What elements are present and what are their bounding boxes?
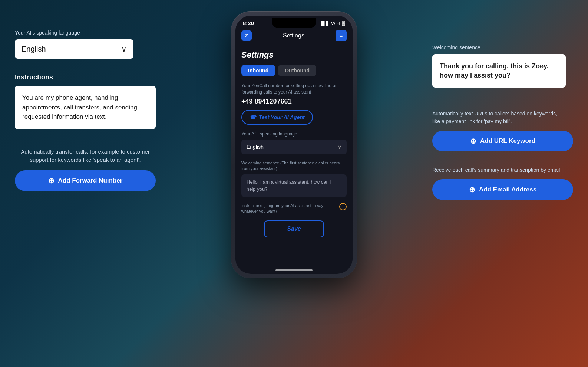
- info-icon: i: [339, 203, 347, 210]
- phone-content[interactable]: Settings Inbound Outbound Your ZenCall n…: [235, 45, 353, 266]
- welcome-section: Welcoming sentence (The first sentence a…: [241, 160, 347, 197]
- language-dropdown[interactable]: English ∨: [15, 39, 133, 59]
- settings-heading: Settings: [241, 50, 347, 60]
- save-row: Save: [241, 214, 347, 240]
- app-header-title: Settings: [283, 32, 304, 39]
- language-field-label: Your AI's speaking language: [15, 30, 182, 36]
- email-desc: Receive each call's summary and transcri…: [432, 166, 566, 174]
- phone-number-value: +49 8941207661: [241, 98, 347, 105]
- phone-number-desc: Your ZenCall number for setting up a new…: [241, 83, 347, 95]
- welcoming-sentence-text: Thank you for calling, this is Zoey, how…: [440, 62, 558, 80]
- welcoming-sentence-label: Welcoming sentence: [432, 45, 566, 50]
- phone-instructions-label: Instructions (Program your AI assistant …: [241, 203, 339, 214]
- email-plus-icon: ⊕: [469, 185, 475, 194]
- add-forward-button[interactable]: ⊕ Add Forward Number: [15, 170, 156, 191]
- phone-chevron-icon: ∨: [338, 144, 341, 150]
- add-forward-label: Add Forward Number: [58, 177, 123, 184]
- phone-language-dropdown[interactable]: English ∨: [241, 140, 347, 154]
- tab-outbound[interactable]: Outbound: [278, 65, 316, 76]
- phone-mockup: 8:20 ▐▌▌ WiFi ▓ Z Settings ≡ Setting: [231, 11, 357, 278]
- add-email-button[interactable]: ⊕ Add Email Address: [432, 179, 573, 200]
- add-url-keyword-button[interactable]: ⊕ Add URL Keyword: [432, 131, 573, 151]
- signal-icon: ▐▌▌: [320, 21, 330, 26]
- phone-notch: [272, 18, 316, 28]
- phone-language-value: English: [247, 144, 264, 150]
- app-header: Z Settings ≡: [235, 28, 353, 45]
- right-panel: Welcoming sentence Thank you for calling…: [432, 45, 566, 200]
- url-plus-icon: ⊕: [470, 137, 476, 145]
- welcome-input[interactable]: Hello, I am a virtual assistant, how can…: [241, 174, 347, 197]
- menu-icon: ≡: [340, 33, 343, 39]
- logo-icon: Z: [245, 33, 248, 39]
- save-button[interactable]: Save: [264, 220, 324, 237]
- instructions-heading: Instructions: [15, 73, 182, 81]
- phone-language-label: Your AI's speaking language: [241, 131, 347, 137]
- plus-circle-icon: ⊕: [48, 176, 54, 185]
- add-url-label: Add URL Keyword: [480, 137, 535, 145]
- battery-icon: ▓: [342, 21, 345, 26]
- language-value: English: [22, 45, 46, 53]
- phone-screen: 8:20 ▐▌▌ WiFi ▓ Z Settings ≡ Setting: [235, 16, 353, 274]
- welcome-label: Welcoming sentence (The first sentence a…: [241, 160, 347, 172]
- phone-icon: ☎: [250, 114, 256, 120]
- url-keyword-desc: Automatically text URLs to callers based…: [432, 110, 566, 125]
- welcome-text: Hello, I am a virtual assistant, how can…: [247, 179, 331, 191]
- app-logo: Z: [241, 30, 252, 41]
- test-ai-agent-button[interactable]: ☎ Test Your AI Agent: [241, 110, 313, 125]
- test-btn-label: Test Your AI Agent: [259, 114, 305, 120]
- left-panel: Your AI's speaking language English ∨ In…: [15, 30, 182, 191]
- chevron-down-icon: ∨: [121, 45, 127, 53]
- tab-row: Inbound Outbound: [241, 65, 347, 76]
- home-indicator: [275, 269, 313, 271]
- phone-outer-frame: 8:20 ▐▌▌ WiFi ▓ Z Settings ≡ Setting: [231, 11, 357, 278]
- auto-transfer-desc: Automatically transfer calls, for exampl…: [15, 148, 156, 164]
- phone-instructions-section: Instructions (Program your AI assistant …: [241, 203, 347, 214]
- menu-button[interactable]: ≡: [336, 30, 347, 41]
- wifi-icon: WiFi: [331, 21, 340, 26]
- instructions-box: You are my phone agent, handling appoint…: [15, 86, 156, 129]
- tab-inbound[interactable]: Inbound: [241, 65, 275, 76]
- email-section: Receive each call's summary and transcri…: [432, 166, 566, 200]
- welcoming-sentence-box: Thank you for calling, this is Zoey, how…: [432, 54, 566, 88]
- status-time: 8:20: [243, 20, 254, 26]
- status-icons: ▐▌▌ WiFi ▓: [320, 21, 345, 26]
- instructions-text: You are my phone agent, handling appoint…: [22, 93, 148, 122]
- url-section: Automatically text URLs to callers based…: [432, 110, 566, 151]
- add-email-label: Add Email Address: [479, 186, 536, 193]
